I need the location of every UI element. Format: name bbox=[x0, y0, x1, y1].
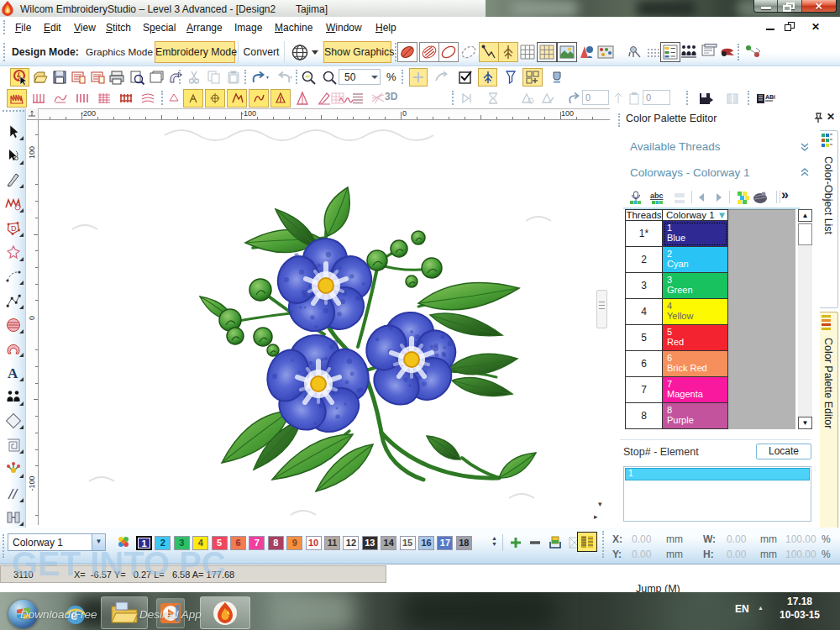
svg-text:abc: abc bbox=[650, 192, 664, 200]
svg-text:ABC: ABC bbox=[765, 94, 775, 100]
svg-text:D: D bbox=[11, 224, 17, 233]
svg-text:A: A bbox=[8, 365, 18, 381]
